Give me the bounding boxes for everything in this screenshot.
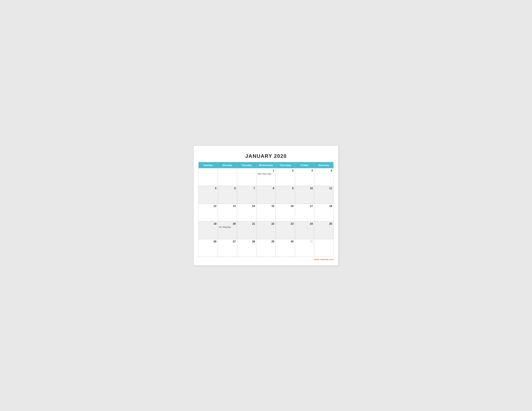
calendar-cell: 30 <box>276 239 295 257</box>
calendar-week-row: 12131415161718 <box>199 204 333 221</box>
calendar-table: SundayMondayTuesdayWednesdayThursdayFrid… <box>199 162 333 257</box>
date-number: 15 <box>258 205 274 208</box>
calendar-cell: 8 <box>256 186 276 204</box>
day-header-saturday: Saturday <box>314 162 333 168</box>
calendar-cell <box>237 168 256 186</box>
date-number: 9 <box>277 187 294 190</box>
calendar-cell: 3 <box>295 168 314 186</box>
day-header-wednesday: Wednesday <box>256 162 276 168</box>
date-number: 13 <box>219 205 236 208</box>
date-number: 17 <box>296 205 313 208</box>
footer-link[interactable]: blank-calendar.com <box>199 258 333 261</box>
calendar-cell <box>314 239 333 257</box>
date-number: 16 <box>277 205 294 208</box>
day-header-thursday: Thursday <box>276 162 295 168</box>
date-number: 3 <box>296 169 313 172</box>
day-header-tuesday: Tuesday <box>237 162 256 168</box>
date-number: 6 <box>219 187 236 190</box>
date-number: 25 <box>315 223 332 225</box>
date-number: 18 <box>315 205 332 208</box>
calendar-cell: 17 <box>295 204 314 221</box>
calendar-cell: 27 <box>218 239 237 257</box>
calendar-cell: 7 <box>237 186 256 204</box>
day-header-friday: Friday <box>295 162 314 168</box>
date-number: 10 <box>296 187 313 190</box>
date-number: 11 <box>315 187 332 190</box>
calendar-cell: 22 <box>256 221 276 239</box>
date-number: 19 <box>200 223 217 225</box>
date-number: 24 <box>296 223 313 225</box>
calendar-cell: 4 <box>314 168 333 186</box>
date-number: 5 <box>200 187 217 190</box>
calendar-cell: 13 <box>218 204 237 221</box>
day-header-monday: Monday <box>218 162 237 168</box>
date-number: 23 <box>277 223 294 225</box>
calendar-cell: 24 <box>295 221 314 239</box>
calendar-cell: 29 <box>256 239 276 257</box>
calendar-cell: 20M L King Day <box>218 221 237 239</box>
calendar-cell: 9 <box>276 186 295 204</box>
date-number: 4 <box>315 169 332 172</box>
date-number: 2 <box>277 169 294 172</box>
date-number: 7 <box>238 187 255 190</box>
calendar-cell: 12 <box>199 204 218 221</box>
calendar-cell: 10 <box>295 186 314 204</box>
day-header-sunday: Sunday <box>199 162 218 168</box>
calendar-week-row: 1New Year's Day234 <box>199 168 333 186</box>
date-number: 12 <box>200 205 217 208</box>
calendar-week-row: 1920M L King Day2122232425 <box>199 221 333 239</box>
event-label: New Year's Day <box>258 173 274 175</box>
calendar-cell <box>218 168 237 186</box>
calendar-cell: 31 <box>295 239 314 257</box>
date-number: 31 <box>296 240 313 243</box>
calendar-week-row: 567891011 <box>199 186 333 204</box>
calendar-cell: 14 <box>237 204 256 221</box>
date-number: 30 <box>277 240 294 243</box>
calendar-title: JANUARY 2020 <box>199 150 333 162</box>
event-label: M L King Day <box>219 226 236 228</box>
calendar-cell: 18 <box>314 204 333 221</box>
calendar-cell: 21 <box>237 221 256 239</box>
date-number: 22 <box>258 223 274 225</box>
date-number: 28 <box>238 240 255 243</box>
calendar-cell <box>199 168 218 186</box>
header-row: SundayMondayTuesdayWednesdayThursdayFrid… <box>199 162 333 168</box>
calendar-cell: 23 <box>276 221 295 239</box>
calendar-week-row: 262728293031 <box>199 239 333 257</box>
date-number: 26 <box>200 240 217 243</box>
date-number: 1 <box>258 169 274 172</box>
date-number: 20 <box>219 223 236 225</box>
date-number: 27 <box>219 240 236 243</box>
date-number: 29 <box>258 240 274 243</box>
calendar-cell: 2 <box>276 168 295 186</box>
calendar-cell: 6 <box>218 186 237 204</box>
date-number: 14 <box>238 205 255 208</box>
calendar-page: JANUARY 2020 SundayMondayTuesdayWednesda… <box>193 146 339 266</box>
calendar-cell: 26 <box>199 239 218 257</box>
calendar-cell: 19 <box>199 221 218 239</box>
calendar-cell: 11 <box>314 186 333 204</box>
calendar-cell: 16 <box>276 204 295 221</box>
calendar-cell: 25 <box>314 221 333 239</box>
calendar-cell: 15 <box>256 204 276 221</box>
date-number: 8 <box>258 187 274 190</box>
calendar-cell: 1New Year's Day <box>256 168 276 186</box>
date-number: 21 <box>238 223 255 225</box>
calendar-cell: 28 <box>237 239 256 257</box>
calendar-cell: 5 <box>199 186 218 204</box>
